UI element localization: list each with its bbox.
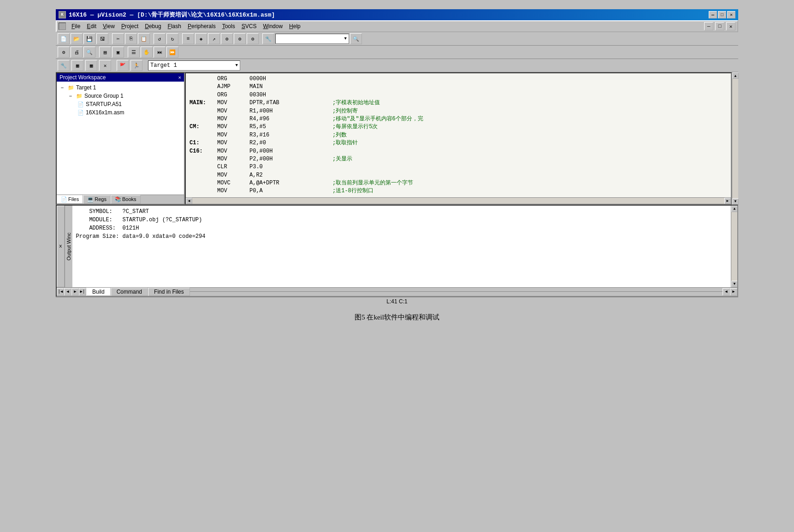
vscroll-down-btn[interactable]: ▼ <box>732 198 739 205</box>
output-tabs: |◀ ◀ ▶ ▶| Build Command Find in Files ◀ … <box>57 287 737 296</box>
find-btn[interactable]: 🔍 <box>350 33 362 44</box>
menu-minimize-btn[interactable]: — <box>704 22 713 30</box>
code-operand: P2,#00H <box>249 155 332 163</box>
output-vscrollbar[interactable]: ▲ ▼ <box>731 206 737 287</box>
pw-tab-files-icon: 📄 <box>61 196 67 202</box>
menu-svcs[interactable]: SVCS <box>239 22 260 30</box>
menu-flash[interactable]: Flash <box>165 22 184 30</box>
paste-btn[interactable]: 📋 <box>138 33 150 44</box>
menu-view[interactable]: View <box>100 22 118 30</box>
tree-target1[interactable]: − 📁 Target 1 <box>59 83 182 92</box>
project-tree: − 📁 Target 1 − 📁 Source Group 1 📄 STARTU… <box>57 82 184 195</box>
menu-help[interactable]: Help <box>286 22 303 30</box>
pw-tab-books[interactable]: 📚 Books <box>111 195 141 204</box>
out-vscroll-track[interactable] <box>731 212 737 281</box>
out-hscroll-left[interactable]: ◀ <box>723 288 730 296</box>
out-tab-build[interactable]: Build <box>86 288 111 296</box>
new-file-btn[interactable]: 📄 <box>58 33 70 44</box>
tb2-btn1[interactable]: ⚙ <box>58 47 70 58</box>
pw-close-btn[interactable]: × <box>178 75 181 80</box>
out-nav-first[interactable]: |◀ <box>57 288 64 296</box>
tb-btn-9[interactable]: ≡ <box>182 33 194 44</box>
close-button[interactable]: ✕ <box>727 11 735 18</box>
out-nav-next[interactable]: ▶ <box>71 288 79 296</box>
copy-btn[interactable]: ⎘ <box>125 33 137 44</box>
save-btn[interactable]: 💾 <box>83 33 95 44</box>
code-mnemonic: ORG <box>217 91 249 99</box>
menu-close-btn[interactable]: ✕ <box>726 22 735 30</box>
out-vscroll-down-btn[interactable]: ▼ <box>731 281 737 287</box>
menu-window[interactable]: Window <box>260 22 285 30</box>
output-line: MODULE: STARTUP.obj (?C_STARTUP) <box>76 216 727 224</box>
maximize-button[interactable]: □ <box>718 11 726 18</box>
code-line: MOVP2,#00H;关显示 <box>190 155 727 163</box>
tb2-btn7[interactable]: ✋ <box>141 47 153 58</box>
tree-file-startup[interactable]: 📄 STARTUP.A51 <box>59 100 182 108</box>
code-operand: 0000H <box>249 75 332 83</box>
find-combo[interactable]: ▼ <box>275 34 349 44</box>
tree-source-group[interactable]: − 📁 Source Group 1 <box>59 92 182 100</box>
menu-bar-controls: — □ ✕ <box>704 22 735 30</box>
hscroll-left-btn[interactable]: ◀ <box>186 198 192 204</box>
out-tab-findinfiles[interactable]: Find in Files <box>148 288 190 296</box>
tb2-btn2[interactable]: 🖨 <box>71 47 83 58</box>
pw-tab-regs[interactable]: 💻 Regs <box>83 195 111 204</box>
out-hscroll-right[interactable]: ▶ <box>730 288 737 296</box>
tree-file1-label: STARTUP.A51 <box>86 101 122 107</box>
target-tb-btn1[interactable]: 🔧 <box>58 60 70 71</box>
code-hscrollbar[interactable]: ◀ ▶ <box>186 197 731 204</box>
redo-btn[interactable]: ↻ <box>166 33 178 44</box>
target-combo-arrow[interactable]: ▼ <box>236 63 238 68</box>
hscroll-right-btn[interactable]: ▶ <box>724 198 731 204</box>
pw-tab-books-icon: 📚 <box>115 196 121 202</box>
tb-btn-12[interactable]: ⚙ <box>221 33 233 44</box>
out-vscroll-up-btn[interactable]: ▲ <box>731 206 737 212</box>
pw-tab-files[interactable]: 📄 Files <box>57 195 83 204</box>
find-combo-arrow[interactable]: ▼ <box>344 36 347 41</box>
menu-edit[interactable]: Edit <box>84 22 99 30</box>
menu-peripherals[interactable]: Peripherals <box>185 22 219 30</box>
save-all-btn[interactable]: 🖫 <box>96 33 108 44</box>
menu-tools[interactable]: Tools <box>219 22 238 30</box>
tb2-btn8[interactable]: ⏭ <box>154 47 166 58</box>
target-tb-btn4[interactable]: ✕ <box>99 60 111 71</box>
tb-btn-11[interactable]: ↗ <box>208 33 220 44</box>
tb2-btn6[interactable]: ☰ <box>128 47 140 58</box>
tb2-btn5[interactable]: ▣ <box>112 47 124 58</box>
code-line: MOVR1,#00H;列控制寄 <box>190 107 727 115</box>
tb-btn-13[interactable]: ⚙ <box>234 33 246 44</box>
tb-btn-10[interactable]: ◈ <box>195 33 207 44</box>
tb2-btn4[interactable]: ▤ <box>99 47 111 58</box>
code-editor[interactable]: ORG0000HAJMPMAINORG0030HMAIN:MOVDPTR,#TA… <box>185 72 732 205</box>
tb-combo-btn[interactable]: 🔧 <box>262 33 274 44</box>
menu-debug[interactable]: Debug <box>142 22 164 30</box>
code-vscrollbar[interactable]: ▲ ▼ <box>732 72 738 205</box>
tb2-btn3[interactable]: 🔍 <box>83 47 95 58</box>
cut-btn[interactable]: ✂ <box>112 33 124 44</box>
vscroll-track[interactable] <box>732 79 738 198</box>
menu-project[interactable]: Project <box>119 22 141 30</box>
menu-restore-btn[interactable]: □ <box>715 22 724 30</box>
code-operand: P3.0 <box>249 163 332 171</box>
code-line: ORG0030H <box>190 91 727 99</box>
target-tb-btn3[interactable]: ▦ <box>85 60 97 71</box>
minimize-button[interactable]: — <box>709 11 717 18</box>
code-label: C16: <box>190 148 217 155</box>
undo-btn[interactable]: ↺ <box>154 33 166 44</box>
target-tb-btn6[interactable]: 🏃 <box>130 60 142 71</box>
code-scroll-area[interactable]: ORG0000HAJMPMAINORG0030HMAIN:MOVDPTR,#TA… <box>186 73 731 197</box>
open-btn[interactable]: 📂 <box>71 33 83 44</box>
tree-file-asm[interactable]: 📄 16X16x1m.asm <box>59 108 182 117</box>
out-nav-prev[interactable]: ◀ <box>64 288 71 296</box>
target-tb-btn2[interactable]: ▦ <box>71 60 83 71</box>
out-tab-command[interactable]: Command <box>111 288 148 296</box>
menu-file[interactable]: File <box>69 22 83 30</box>
tb2-btn9[interactable]: ⏩ <box>166 47 178 58</box>
hscroll-track[interactable] <box>192 198 724 204</box>
tb-btn-14[interactable]: ⚙ <box>247 33 259 44</box>
output-x-label[interactable]: x <box>57 206 65 287</box>
out-nav-last[interactable]: ▶| <box>79 288 86 296</box>
target-combo[interactable]: Target 1 ▼ <box>148 60 240 71</box>
vscroll-up-btn[interactable]: ▲ <box>732 72 739 79</box>
target-tb-btn5[interactable]: 🚩 <box>117 60 129 71</box>
